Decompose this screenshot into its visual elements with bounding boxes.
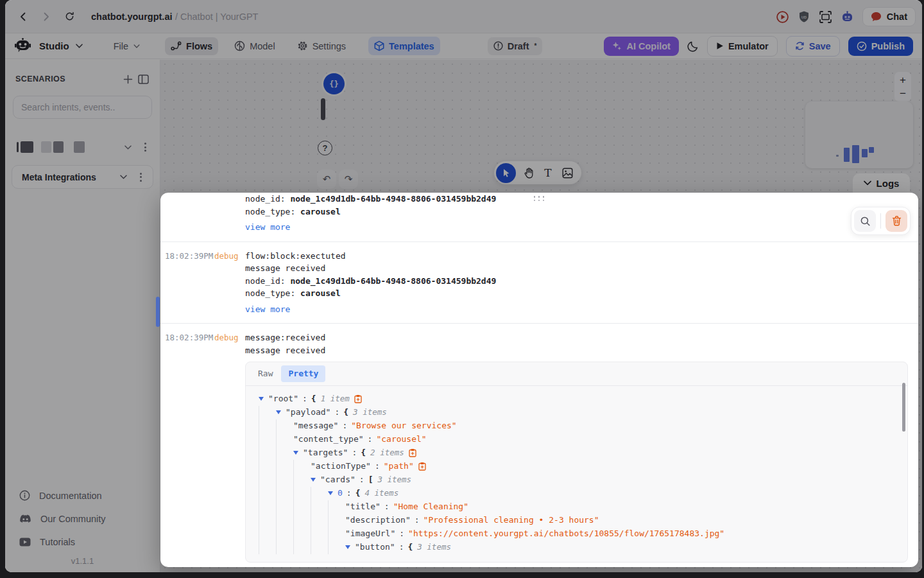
indent-guide [328, 514, 345, 527]
indent-guide [311, 500, 328, 514]
tab-pretty[interactable]: Pretty [281, 365, 325, 382]
json-row[interactable]: 0:{4 items [250, 487, 903, 500]
indent-guide [328, 500, 345, 514]
collapse-arrow-icon[interactable] [259, 397, 264, 401]
collapse-arrow-icon[interactable] [311, 478, 316, 482]
indent-guide [259, 406, 276, 419]
json-row: "imageUrl":"https://content.yourgpt.ai/c… [250, 527, 903, 541]
indent-guide [259, 473, 276, 487]
json-scrollbar[interactable] [902, 383, 905, 432]
log-time: 18:02:39PM [160, 250, 214, 316]
log-content: flow:block:exectuted message received no… [245, 250, 918, 316]
indent-guide [276, 446, 293, 460]
trash-icon [892, 216, 902, 226]
indent-guide [276, 460, 293, 473]
view-less-link[interactable]: view less [245, 566, 290, 568]
json-row[interactable]: "payload":{3 items [250, 406, 903, 419]
indent-guide [276, 500, 293, 514]
indent-guide [276, 487, 293, 500]
log-level: debug [214, 250, 245, 316]
indent-guide [328, 541, 345, 554]
indent-guide [259, 514, 276, 527]
copy-icon[interactable] [409, 448, 416, 457]
indent-guide [259, 419, 276, 433]
indent-guide [293, 487, 311, 500]
tab-raw[interactable]: Raw [251, 365, 280, 382]
indent-guide [276, 433, 293, 446]
indent-guide [259, 487, 276, 500]
log-level [214, 193, 245, 234]
panel-resize-handle[interactable] [156, 297, 160, 327]
log-entry[interactable]: 18:02:39PM debug flow:block:exectuted me… [160, 242, 918, 324]
collapse-arrow-icon[interactable] [345, 545, 350, 549]
indent-guide [276, 527, 293, 541]
indent-guide [293, 541, 311, 554]
search-icon [860, 216, 870, 226]
json-row[interactable]: "root":{1 item [250, 392, 903, 406]
json-tree: "root":{1 item"payload":{3 items"message… [246, 386, 907, 562]
log-content: message:received message received Raw Pr… [245, 331, 918, 567]
json-row: "actionType":"path" [250, 460, 903, 473]
indent-guide [276, 419, 293, 433]
indent-guide [311, 527, 328, 541]
indent-guide [259, 527, 276, 541]
json-row: "title":"Home Cleaning" [250, 500, 903, 514]
indent-guide [259, 446, 276, 460]
indent-guide [276, 541, 293, 554]
indent-guide [259, 541, 276, 554]
indent-guide [328, 527, 345, 541]
log-content: node_id: node_1c49d1db-64bb-4948-8806-03… [245, 193, 918, 234]
indent-guide [259, 500, 276, 514]
log-entry[interactable]: 18:02:39PM debug message:received messag… [160, 324, 918, 567]
json-row[interactable]: "button":{3 items [250, 541, 903, 554]
indent-guide [293, 514, 311, 527]
indent-guide [311, 541, 328, 554]
indent-guide [293, 527, 311, 541]
clear-logs-button[interactable] [886, 210, 907, 232]
collapse-arrow-icon[interactable] [276, 410, 281, 414]
drag-handle-icon[interactable] [534, 196, 545, 201]
json-viewer-tabs: Raw Pretty [246, 362, 907, 386]
view-more-link[interactable]: view more [245, 221, 290, 234]
browser-window: chatbot.yourgpt.ai / Chatbot | YourGPT U… [5, 0, 922, 572]
json-row: "message":"Browse our services" [250, 419, 903, 433]
log-time: 18:02:39PM [160, 331, 214, 567]
json-row: "description":"Professional cleaning • 2… [250, 514, 903, 527]
log-entries: node_id: node_1c49d1db-64bb-4948-8806-03… [160, 193, 918, 567]
indent-guide [311, 514, 328, 527]
json-row: "content_type":"carousel" [250, 433, 903, 446]
logs-panel: node_id: node_1c49d1db-64bb-4948-8806-03… [160, 193, 918, 567]
log-time [160, 193, 214, 234]
indent-guide [293, 473, 311, 487]
json-row[interactable]: "cards":[3 items [250, 473, 903, 487]
json-row[interactable]: "targets":{2 items [250, 446, 903, 460]
json-viewer: Raw Pretty "root":{1 item"payload":{3 it… [245, 362, 908, 563]
screen: chatbot.yourgpt.ai / Chatbot | YourGPT U… [0, 0, 924, 578]
copy-icon[interactable] [354, 394, 362, 403]
indent-guide [259, 460, 276, 473]
logs-actions [851, 207, 911, 235]
view-more-link[interactable]: view more [245, 303, 290, 316]
search-logs-button[interactable] [854, 210, 876, 232]
copy-icon[interactable] [418, 462, 426, 471]
collapse-arrow-icon[interactable] [293, 451, 298, 455]
indent-guide [293, 460, 311, 473]
indent-guide [276, 473, 293, 487]
indent-guide [311, 487, 328, 500]
log-level: debug [214, 331, 245, 567]
divider [880, 213, 881, 229]
indent-guide [259, 433, 276, 446]
indent-guide [276, 514, 293, 527]
indent-guide [293, 500, 311, 514]
collapse-arrow-icon[interactable] [328, 491, 333, 495]
